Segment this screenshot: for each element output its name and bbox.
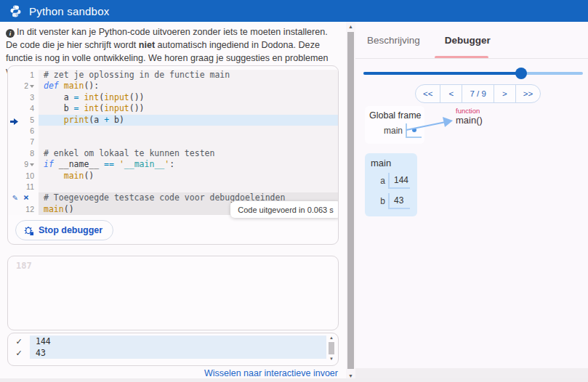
first-step-button[interactable]: <<	[416, 85, 440, 102]
scroll-up-icon[interactable]: ▲	[327, 335, 336, 341]
gutter-cell: 3	[8, 92, 39, 103]
code-editor[interactable]: 1# zet je oplossing in de functie main2d…	[7, 65, 339, 245]
code-text: # enkel om lokaal te kunnen testen	[39, 148, 338, 159]
gutter-cell: 11	[8, 182, 39, 192]
page-title: Python sandbox	[29, 5, 109, 17]
code-line: 11	[8, 182, 338, 192]
tab-bar: Beschrijving Debugger	[355, 35, 588, 53]
batch-input-area[interactable]: 187	[7, 256, 339, 330]
code-text: print(a + b)	[39, 115, 338, 126]
code-line: 10 main()	[8, 171, 338, 182]
scrollbar-thumb[interactable]	[329, 342, 334, 354]
code-lines: 1# zet je oplossing in de functie main2d…	[8, 70, 338, 215]
tab-beschrijving[interactable]: Beschrijving	[367, 35, 420, 53]
info-icon: i	[6, 29, 15, 38]
code-text	[39, 182, 338, 192]
gutter-cell: 1	[8, 70, 39, 81]
code-text: b = int(input())	[39, 103, 338, 114]
stop-debugger-label: Stop debugger	[39, 225, 102, 235]
output-rows: ✓144✓43	[8, 336, 326, 359]
app-header: Python sandbox	[0, 0, 588, 22]
slider-thumb[interactable]	[515, 68, 527, 79]
gutter-cell: 7	[8, 137, 39, 147]
left-panel: iIn dit venster kan je Python-code uitvo…	[0, 22, 346, 382]
code-text: def main():	[39, 81, 338, 92]
line-number: 1	[30, 70, 34, 81]
output-scrollbar[interactable]: ▲ ▼	[327, 335, 336, 365]
gutter-cell: 10	[8, 171, 39, 182]
line-number: 11	[26, 182, 34, 192]
execution-toast: Code uitgevoerd in 0.063 s	[230, 201, 339, 218]
bottom-strip	[0, 378, 588, 382]
gutter-cell: 2	[8, 81, 39, 92]
line-number: 3	[30, 92, 34, 103]
close-icon[interactable]: ×	[23, 192, 29, 203]
function-type-label: function	[456, 107, 480, 115]
gutter-cell: 4	[8, 103, 39, 114]
batch-input-faint-text: 187	[16, 261, 32, 271]
step-slider[interactable]	[363, 68, 583, 79]
line-number: 6	[30, 126, 34, 137]
pencil-icon[interactable]: ✎	[12, 192, 17, 203]
code-text	[39, 126, 338, 137]
left-panel-scrollbar[interactable]: ▲ ▼	[346, 22, 355, 382]
frame-variable-row: b43	[371, 193, 411, 209]
scroll-up-icon[interactable]: ▲	[346, 22, 355, 31]
last-step-button[interactable]: >>	[516, 85, 540, 102]
output-row: ✓144	[8, 336, 326, 347]
code-line: 2def main():	[8, 81, 338, 92]
gutter-cell: 9	[8, 159, 39, 170]
variable-value: 144	[388, 173, 410, 189]
gutter-cell: 12	[8, 204, 39, 215]
next-step-button[interactable]: >	[494, 85, 516, 102]
check-icon: ✓	[8, 347, 30, 359]
variable-value: 43	[388, 193, 410, 209]
right-panel: Beschrijving Debugger << < 7 / 9 > >> Gl…	[355, 22, 588, 382]
line-number: 7	[30, 137, 34, 147]
output-row: ✓43	[8, 347, 326, 359]
line-number: 12	[25, 204, 34, 215]
gutter-cell: ✎×	[8, 192, 39, 203]
variable-name: b	[371, 196, 385, 206]
line-number: 8	[30, 148, 34, 159]
slider-fill	[363, 72, 521, 75]
frame-variables: a144b43	[371, 173, 411, 209]
tab-debugger[interactable]: Debugger	[445, 35, 491, 53]
line-number: 10	[25, 171, 34, 182]
gutter-cell: 5	[8, 115, 39, 126]
line-number: 2	[24, 81, 28, 92]
switch-interactive-input-link[interactable]: Wisselen naar interactieve invoer	[204, 368, 338, 378]
gutter-cell: 8	[8, 148, 39, 159]
fold-caret-icon[interactable]	[30, 163, 34, 166]
code-line: 4 b = int(input())	[8, 103, 338, 114]
frame-title: main	[371, 158, 411, 168]
output-area: ✓144✓43 ▲ ▼	[7, 333, 339, 366]
info-text-bold: niet	[139, 40, 155, 50]
code-line: 9if __name__ == '__main__':	[8, 159, 338, 170]
stop-debugger-button[interactable]: Stop debugger	[15, 220, 113, 240]
scrollbar-thumb[interactable]	[347, 32, 354, 369]
variable-name: a	[371, 176, 385, 186]
pointer-arrow	[400, 115, 459, 135]
output-value: 43	[30, 347, 326, 359]
previous-step-button[interactable]: <	[440, 85, 462, 102]
code-line: 7	[8, 137, 338, 147]
code-line: 1# zet je oplossing in de functie main	[8, 70, 338, 81]
code-line: 3 a = int(input())	[8, 92, 338, 103]
code-line: 8# enkel om lokaal te kunnen testen	[8, 148, 338, 159]
bug-icon	[23, 225, 34, 236]
function-name-label: main()	[456, 115, 483, 126]
step-counter: 7 / 9	[462, 85, 494, 102]
output-value: 144	[30, 336, 326, 347]
frame-variable-row: a144	[371, 173, 411, 189]
line-number: 4	[30, 103, 34, 114]
code-line: 5 print(a + b)	[8, 115, 338, 126]
fold-caret-icon[interactable]	[30, 85, 34, 88]
code-text: if __name__ == '__main__':	[39, 159, 338, 170]
code-text: a = int(input())	[39, 92, 338, 103]
check-icon: ✓	[8, 336, 30, 347]
line-number: 9	[24, 159, 28, 170]
main-frame-box: main a144b43	[365, 153, 417, 216]
scroll-down-icon[interactable]: ▼	[327, 356, 336, 362]
line-number: 5	[30, 115, 34, 126]
